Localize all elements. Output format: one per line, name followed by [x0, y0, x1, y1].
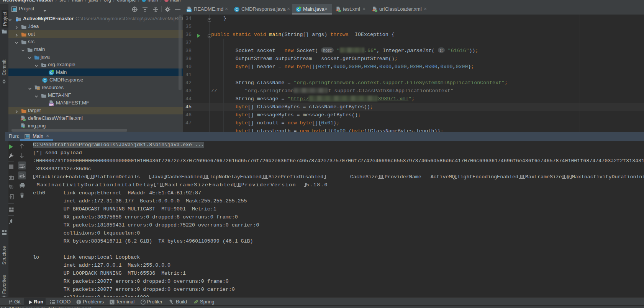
svg-text:C: C — [44, 78, 46, 82]
svg-text:MD: MD — [187, 9, 191, 12]
svg-text:C: C — [236, 7, 238, 11]
svg-text:MF: MF — [49, 103, 54, 106]
